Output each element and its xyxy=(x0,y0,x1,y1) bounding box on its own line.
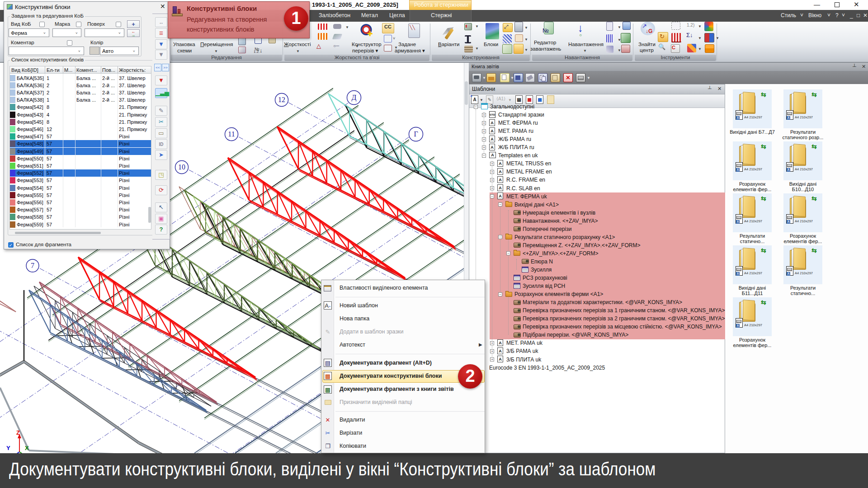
svg-text:X: X xyxy=(25,445,29,451)
svg-text:Z: Z xyxy=(16,429,20,436)
svg-text:7: 7 xyxy=(31,262,34,269)
svg-text:12: 12 xyxy=(278,96,285,103)
svg-text:Г: Г xyxy=(414,130,418,138)
svg-text:11: 11 xyxy=(228,130,235,138)
svg-text:10: 10 xyxy=(178,163,185,171)
svg-text:Д: Д xyxy=(352,94,357,102)
svg-text:Y: Y xyxy=(6,445,10,451)
